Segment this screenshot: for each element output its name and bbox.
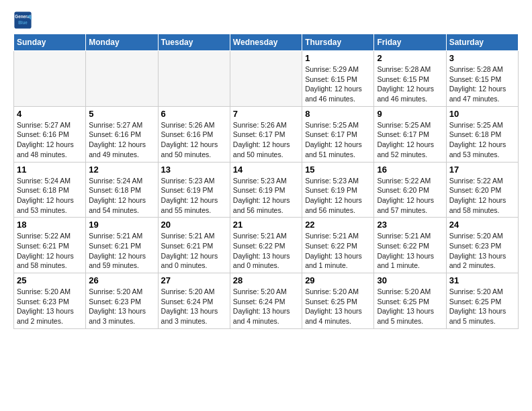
day-number: 21: [233, 220, 299, 230]
calendar-cell: [14, 51, 86, 107]
day-info: Sunrise: 5:26 AM Sunset: 6:17 PM Dayligh…: [233, 120, 299, 160]
day-number: 16: [377, 165, 443, 175]
day-info: Sunrise: 5:20 AM Sunset: 6:23 PM Dayligh…: [449, 231, 515, 271]
calendar-cell: 21Sunrise: 5:21 AM Sunset: 6:22 PM Dayli…: [230, 218, 302, 273]
calendar-cell: [230, 51, 302, 107]
day-number: 29: [305, 275, 371, 285]
day-info: Sunrise: 5:23 AM Sunset: 6:19 PM Dayligh…: [161, 176, 227, 216]
calendar-cell: 25Sunrise: 5:20 AM Sunset: 6:23 PM Dayli…: [14, 273, 86, 329]
weekday-header-row: SundayMondayTuesdayWednesdayThursdayFrid…: [14, 34, 519, 51]
day-info: Sunrise: 5:22 AM Sunset: 6:21 PM Dayligh…: [17, 231, 83, 271]
day-number: 28: [233, 275, 299, 285]
day-info: Sunrise: 5:27 AM Sunset: 6:16 PM Dayligh…: [89, 120, 154, 160]
calendar-week-3: 11Sunrise: 5:24 AM Sunset: 6:18 PM Dayli…: [14, 162, 519, 218]
day-number: 27: [161, 275, 227, 285]
day-info: Sunrise: 5:26 AM Sunset: 6:16 PM Dayligh…: [161, 120, 227, 160]
calendar-cell: 13Sunrise: 5:23 AM Sunset: 6:19 PM Dayli…: [158, 162, 230, 218]
weekday-header-tuesday: Tuesday: [158, 34, 230, 51]
day-number: 17: [449, 165, 515, 175]
day-number: 2: [377, 53, 443, 63]
day-info: Sunrise: 5:22 AM Sunset: 6:20 PM Dayligh…: [377, 176, 443, 216]
weekday-header-wednesday: Wednesday: [230, 34, 302, 51]
calendar-cell: 11Sunrise: 5:24 AM Sunset: 6:18 PM Dayli…: [14, 162, 86, 218]
day-info: Sunrise: 5:25 AM Sunset: 6:18 PM Dayligh…: [449, 120, 515, 160]
day-number: 12: [89, 165, 154, 175]
calendar-cell: 20Sunrise: 5:21 AM Sunset: 6:21 PM Dayli…: [158, 218, 230, 273]
calendar-cell: 3Sunrise: 5:28 AM Sunset: 6:15 PM Daylig…: [446, 51, 518, 107]
weekday-header-thursday: Thursday: [302, 34, 374, 51]
day-number: 13: [161, 165, 227, 175]
calendar-cell: 15Sunrise: 5:23 AM Sunset: 6:19 PM Dayli…: [302, 162, 374, 218]
calendar-cell: 1Sunrise: 5:29 AM Sunset: 6:15 PM Daylig…: [302, 51, 374, 107]
calendar-cell: 28Sunrise: 5:20 AM Sunset: 6:24 PM Dayli…: [230, 273, 302, 329]
calendar-cell: 16Sunrise: 5:22 AM Sunset: 6:20 PM Dayli…: [374, 162, 446, 218]
day-number: 9: [377, 109, 443, 119]
calendar-cell: 19Sunrise: 5:21 AM Sunset: 6:21 PM Dayli…: [86, 218, 158, 273]
day-number: 5: [89, 109, 154, 119]
day-info: Sunrise: 5:20 AM Sunset: 6:25 PM Dayligh…: [449, 287, 515, 326]
day-number: 15: [305, 165, 371, 175]
calendar-cell: 2Sunrise: 5:28 AM Sunset: 6:15 PM Daylig…: [374, 51, 446, 107]
day-number: 25: [17, 275, 83, 285]
day-number: 26: [89, 275, 154, 285]
weekday-header-monday: Monday: [86, 34, 158, 51]
calendar-cell: 9Sunrise: 5:25 AM Sunset: 6:17 PM Daylig…: [374, 106, 446, 162]
day-number: 23: [377, 220, 443, 230]
day-info: Sunrise: 5:23 AM Sunset: 6:19 PM Dayligh…: [233, 176, 299, 216]
day-number: 19: [89, 220, 154, 230]
calendar-cell: [86, 51, 158, 107]
day-info: Sunrise: 5:27 AM Sunset: 6:16 PM Dayligh…: [17, 120, 83, 160]
day-info: Sunrise: 5:28 AM Sunset: 6:15 PM Dayligh…: [377, 64, 443, 104]
calendar-cell: 8Sunrise: 5:25 AM Sunset: 6:17 PM Daylig…: [302, 106, 374, 162]
day-info: Sunrise: 5:28 AM Sunset: 6:15 PM Dayligh…: [449, 64, 515, 104]
day-number: 20: [161, 220, 227, 230]
day-number: 8: [305, 109, 371, 119]
day-info: Sunrise: 5:25 AM Sunset: 6:17 PM Dayligh…: [377, 120, 443, 160]
weekday-header-sunday: Sunday: [14, 34, 86, 51]
day-number: 1: [305, 53, 371, 63]
calendar-cell: 7Sunrise: 5:26 AM Sunset: 6:17 PM Daylig…: [230, 106, 302, 162]
calendar-cell: 5Sunrise: 5:27 AM Sunset: 6:16 PM Daylig…: [86, 106, 158, 162]
day-info: Sunrise: 5:29 AM Sunset: 6:15 PM Dayligh…: [305, 64, 371, 104]
day-info: Sunrise: 5:25 AM Sunset: 6:17 PM Dayligh…: [305, 120, 371, 160]
day-info: Sunrise: 5:21 AM Sunset: 6:22 PM Dayligh…: [377, 231, 443, 271]
calendar-cell: 23Sunrise: 5:21 AM Sunset: 6:22 PM Dayli…: [374, 218, 446, 273]
calendar-week-4: 18Sunrise: 5:22 AM Sunset: 6:21 PM Dayli…: [14, 218, 519, 273]
day-info: Sunrise: 5:20 AM Sunset: 6:25 PM Dayligh…: [377, 287, 443, 326]
calendar-cell: 27Sunrise: 5:20 AM Sunset: 6:24 PM Dayli…: [158, 273, 230, 329]
day-number: 7: [233, 109, 299, 119]
day-info: Sunrise: 5:21 AM Sunset: 6:22 PM Dayligh…: [233, 231, 299, 271]
day-info: Sunrise: 5:22 AM Sunset: 6:20 PM Dayligh…: [449, 176, 515, 216]
calendar-cell: 4Sunrise: 5:27 AM Sunset: 6:16 PM Daylig…: [14, 106, 86, 162]
day-number: 11: [17, 165, 83, 175]
calendar-week-1: 1Sunrise: 5:29 AM Sunset: 6:15 PM Daylig…: [14, 51, 519, 107]
page: General Blue SundayMondayTuesdayWednesda…: [0, 0, 532, 340]
day-number: 30: [377, 275, 443, 285]
header: General Blue: [13, 11, 519, 30]
svg-text:Blue: Blue: [18, 20, 28, 25]
calendar-cell: 29Sunrise: 5:20 AM Sunset: 6:25 PM Dayli…: [302, 273, 374, 329]
calendar-cell: 17Sunrise: 5:22 AM Sunset: 6:20 PM Dayli…: [446, 162, 518, 218]
calendar-table: SundayMondayTuesdayWednesdayThursdayFrid…: [13, 34, 519, 329]
logo: General Blue: [13, 11, 35, 30]
day-info: Sunrise: 5:24 AM Sunset: 6:18 PM Dayligh…: [89, 176, 154, 216]
day-number: 10: [449, 109, 515, 119]
calendar-cell: 26Sunrise: 5:20 AM Sunset: 6:23 PM Dayli…: [86, 273, 158, 329]
day-number: 31: [449, 275, 515, 285]
day-number: 22: [305, 220, 371, 230]
calendar-cell: 10Sunrise: 5:25 AM Sunset: 6:18 PM Dayli…: [446, 106, 518, 162]
day-number: 24: [449, 220, 515, 230]
day-number: 14: [233, 165, 299, 175]
calendar-cell: 6Sunrise: 5:26 AM Sunset: 6:16 PM Daylig…: [158, 106, 230, 162]
calendar-cell: 12Sunrise: 5:24 AM Sunset: 6:18 PM Dayli…: [86, 162, 158, 218]
day-info: Sunrise: 5:20 AM Sunset: 6:24 PM Dayligh…: [161, 287, 227, 326]
day-number: 3: [449, 53, 515, 63]
day-info: Sunrise: 5:20 AM Sunset: 6:24 PM Dayligh…: [233, 287, 299, 326]
day-info: Sunrise: 5:23 AM Sunset: 6:19 PM Dayligh…: [305, 176, 371, 216]
weekday-header-friday: Friday: [374, 34, 446, 51]
calendar-cell: 30Sunrise: 5:20 AM Sunset: 6:25 PM Dayli…: [374, 273, 446, 329]
calendar-cell: 18Sunrise: 5:22 AM Sunset: 6:21 PM Dayli…: [14, 218, 86, 273]
weekday-header-saturday: Saturday: [446, 34, 518, 51]
day-info: Sunrise: 5:21 AM Sunset: 6:21 PM Dayligh…: [89, 231, 154, 271]
calendar-week-2: 4Sunrise: 5:27 AM Sunset: 6:16 PM Daylig…: [14, 106, 519, 162]
